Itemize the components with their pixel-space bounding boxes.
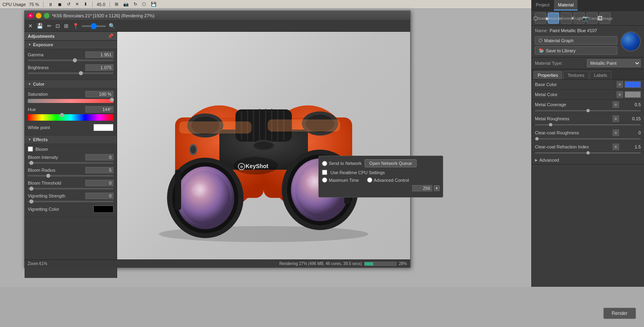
- pause-btn[interactable]: ⏸: [47, 2, 54, 7]
- download-btn[interactable]: ⬇: [83, 2, 88, 7]
- clearcoat-roughness-icon[interactable]: ⊕: [613, 130, 619, 136]
- clearcoat-refraction-slider[interactable]: [535, 152, 641, 154]
- tab-properties[interactable]: Properties: [533, 71, 562, 79]
- bloom-radius-slider-row: [28, 175, 114, 177]
- vignetting-strength-input[interactable]: [85, 193, 114, 199]
- gamma-slider-track[interactable]: [28, 60, 114, 61]
- vignetting-strength-thumb[interactable]: [29, 199, 33, 204]
- zoom-slider[interactable]: [82, 25, 106, 27]
- gamma-input[interactable]: [85, 51, 114, 58]
- brightness-slider-track[interactable]: [28, 72, 114, 74]
- window-max-btn[interactable]: [44, 13, 50, 19]
- wt-view-btn[interactable]: ⊞: [63, 22, 70, 30]
- material-preview[interactable]: [621, 31, 641, 51]
- brightness-slider-thumb[interactable]: [79, 71, 83, 75]
- brightness-input[interactable]: [85, 64, 114, 71]
- wt-save-btn[interactable]: 💾: [35, 22, 44, 30]
- window-titlebar: ✕ *KS6 Binoculars.21* [1920 x 1126] (Ren…: [25, 11, 410, 21]
- max-time-radio-label[interactable]: Maximum Time: [322, 177, 359, 183]
- tab-material[interactable]: Material: [554, 0, 578, 10]
- realtime-checkbox[interactable]: [322, 170, 327, 175]
- advanced-control-radio[interactable]: [367, 177, 372, 183]
- vignetting-strength-track[interactable]: [28, 201, 114, 202]
- metal-coverage-icon[interactable]: ⊕: [613, 101, 619, 108]
- clearcoat-roughness-slider[interactable]: [535, 138, 641, 140]
- send-to-network-radio-label[interactable]: Send to Network: [322, 161, 361, 166]
- mat-image-btn[interactable]: 🖼 Image: [599, 12, 611, 24]
- max-time-radio[interactable]: [322, 177, 327, 183]
- tab-project[interactable]: Project: [532, 0, 554, 10]
- color-section-header[interactable]: ▼ Color: [25, 80, 117, 88]
- metal-roughness-slider[interactable]: [535, 124, 641, 125]
- value-256-input[interactable]: [412, 185, 432, 191]
- bloom-radius-thumb[interactable]: [46, 174, 50, 178]
- bloom-checkbox[interactable]: [28, 146, 33, 152]
- exposure-section-header[interactable]: ▼ Exposure: [25, 41, 117, 49]
- tab-labels[interactable]: Labels: [590, 71, 611, 79]
- mat-material-btn[interactable]: ◈ Material: [548, 12, 559, 24]
- metal-coverage-thumb[interactable]: [586, 109, 590, 112]
- bloom-radius-track[interactable]: [28, 175, 114, 177]
- save-btn[interactable]: 💾: [150, 2, 157, 7]
- bloom-intensity-track[interactable]: [28, 162, 114, 164]
- wt-zoom-btn[interactable]: 🔍: [107, 22, 116, 30]
- window-min-btn[interactable]: [36, 13, 41, 19]
- reload-btn[interactable]: ↺: [66, 2, 71, 7]
- advanced-row[interactable]: ▶ Advanced: [532, 156, 644, 165]
- bloom-checkbox-row: Bloom: [28, 146, 114, 152]
- image-icon: 🖼: [597, 15, 603, 21]
- refresh-btn[interactable]: ↻: [133, 2, 138, 7]
- vignetting-color-swatch[interactable]: [93, 206, 114, 213]
- material-graph-btn[interactable]: ⬡ Material Graph: [535, 36, 617, 45]
- mat-camera-btn[interactable]: 📷 Camera: [586, 12, 598, 24]
- tab-textures[interactable]: Textures: [563, 71, 589, 79]
- material-actions: ⬡ Material Graph 📚 Save to Library: [535, 36, 617, 55]
- mat-scene-btn[interactable]: ⬡ Scene: [535, 12, 546, 24]
- render-btn[interactable]: Render: [603, 308, 636, 319]
- base-color-swatch[interactable]: [625, 81, 641, 88]
- value-down-btn[interactable]: ▼: [434, 185, 440, 191]
- close-toolbar-btn[interactable]: ✕: [74, 2, 80, 7]
- wt-pin-btn[interactable]: 📍: [71, 22, 80, 30]
- bloom-intensity-input[interactable]: [85, 154, 114, 160]
- stop-btn[interactable]: ⏹: [57, 2, 63, 7]
- snapshot-btn[interactable]: 📷: [122, 2, 130, 7]
- material-type-select[interactable]: Metallic Paint: [587, 59, 641, 67]
- window-close-btn[interactable]: ✕: [28, 13, 33, 19]
- advanced-control-radio-label[interactable]: Advanced Control: [367, 177, 409, 183]
- white-point-swatch[interactable]: [93, 124, 114, 131]
- hue-thumb[interactable]: [60, 113, 64, 117]
- bloom-radius-input[interactable]: [85, 167, 114, 173]
- metal-coverage-slider-container: [532, 110, 644, 114]
- metal-roughness-thumb[interactable]: [549, 123, 552, 126]
- send-to-network-radio[interactable]: [322, 161, 327, 166]
- wt-close-btn[interactable]: ✕: [27, 22, 34, 30]
- wt-edit-btn[interactable]: ✏: [46, 22, 53, 30]
- saturation-input[interactable]: [85, 91, 114, 97]
- network-btn[interactable]: ⬡: [141, 2, 147, 7]
- effects-section-header[interactable]: ▼ Effects: [25, 136, 117, 144]
- open-network-queue-btn[interactable]: Open Network Queue: [365, 159, 416, 167]
- clearcoat-refraction-thumb[interactable]: [586, 151, 590, 154]
- hue-input[interactable]: [85, 106, 114, 113]
- save-library-btn[interactable]: 📚 Save to Library: [535, 46, 617, 55]
- adjustments-pin-btn[interactable]: 📌: [108, 33, 114, 39]
- clearcoat-refraction-icon[interactable]: ⊕: [613, 144, 619, 150]
- base-color-icon[interactable]: ⊕: [617, 81, 623, 88]
- wt-crop-btn[interactable]: ⊡: [54, 22, 61, 30]
- bloom-threshold-track[interactable]: [28, 188, 114, 189]
- metal-roughness-icon[interactable]: ⊕: [613, 115, 619, 122]
- clearcoat-roughness-thumb[interactable]: [535, 137, 539, 140]
- bloom-threshold-input[interactable]: [85, 180, 114, 186]
- metal-coverage-slider[interactable]: [535, 110, 641, 111]
- grid-btn[interactable]: ⊞: [114, 2, 119, 7]
- hue-strip[interactable]: [28, 114, 114, 121]
- bloom-threshold-thumb[interactable]: [29, 187, 33, 191]
- metal-color-icon[interactable]: ⊕: [617, 91, 623, 98]
- saturation-thumb[interactable]: [110, 98, 114, 102]
- saturation-strip[interactable]: [28, 99, 114, 103]
- lighting-icon: ☀: [570, 15, 575, 21]
- gamma-slider-thumb[interactable]: [73, 58, 77, 62]
- bloom-intensity-thumb[interactable]: [29, 161, 33, 165]
- metal-color-swatch[interactable]: [625, 91, 641, 98]
